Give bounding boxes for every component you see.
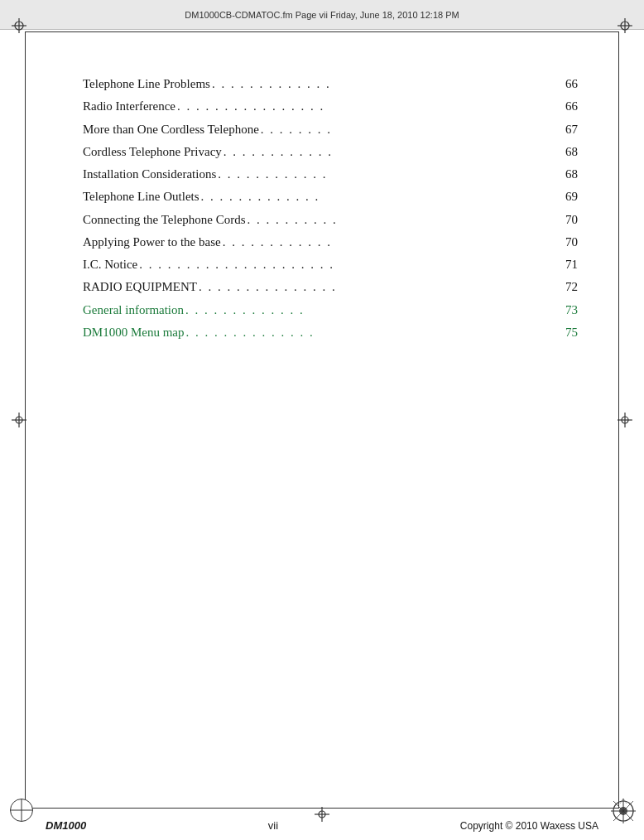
toc-entry: DM1000 Menu map . . . . . . . . . . . . … [83, 323, 578, 342]
toc-page: 66 [553, 97, 578, 116]
toc-entry: RADIO EQUIPMENT . . . . . . . . . . . . … [83, 278, 578, 297]
mid-mark-right [618, 413, 632, 427]
mid-mark-left [12, 413, 26, 427]
toc-label: DM1000 Menu map [83, 323, 185, 342]
toc-dots: . . . . . . . . . . . . . . . . . . . . … [137, 255, 553, 274]
toc-label: RADIO EQUIPMENT [83, 278, 197, 297]
toc-dots: . . . . . . . . . . . . . . [185, 323, 554, 342]
toc-label: Cordless Telephone Privacy [83, 142, 222, 162]
toc-label: General information [83, 301, 184, 320]
toc-label: Applying Power to the base [83, 233, 221, 252]
toc-label: Installation Considerations [83, 165, 216, 184]
toc-page: 75 [553, 323, 578, 342]
corner-mark-bl [10, 799, 33, 822]
toc-page: 69 [553, 187, 578, 206]
toc-page: 70 [553, 233, 578, 252]
corner-mark-br [611, 799, 636, 823]
toc-page: 66 [553, 75, 578, 94]
toc-label: Radio Interference [83, 97, 175, 116]
toc-dots: . . . . . . . . [259, 120, 553, 139]
toc-content: Telephone Line Problems . . . . . . . . … [83, 75, 578, 345]
toc-dots: . . . . . . . . . . . . . . . [197, 278, 553, 297]
toc-entry: Installation Considerations . . . . . . … [83, 165, 578, 184]
toc-label: More than One Cordless Telephone [83, 120, 259, 139]
toc-label: Telephone Line Outlets [83, 187, 199, 206]
toc-page: 73 [553, 301, 578, 320]
footer: DM1000 vii Copyright © 2010 Waxess USA [46, 819, 598, 832]
corner-mark-tr [618, 18, 632, 33]
toc-page: 67 [553, 120, 578, 139]
toc-label: Telephone Line Problems [83, 75, 210, 94]
toc-entry: Radio Interference . . . . . . . . . . .… [83, 97, 578, 116]
toc-dots: . . . . . . . . . . [246, 210, 553, 229]
toc-page: 68 [553, 165, 578, 184]
footer-center: vii [268, 819, 278, 832]
toc-dots: . . . . . . . . . . . . . [184, 301, 553, 320]
header-bar: DM1000CB-CDMATOC.fm Page vii Friday, Jun… [0, 0, 644, 30]
footer-left: DM1000 [46, 819, 86, 832]
toc-label: I.C. Notice [83, 255, 137, 274]
toc-dots: . . . . . . . . . . . . [221, 233, 553, 252]
footer-right: Copyright © 2010 Waxess USA [460, 820, 598, 832]
toc-dots: . . . . . . . . . . . . [222, 142, 553, 162]
toc-entry: Applying Power to the base . . . . . . .… [83, 233, 578, 252]
toc-dots: . . . . . . . . . . . . . . . . [175, 97, 553, 116]
toc-entry: I.C. Notice . . . . . . . . . . . . . . … [83, 255, 578, 274]
toc-entry: Cordless Telephone Privacy . . . . . . .… [83, 142, 578, 162]
toc-label: Connecting the Telephone Cords [83, 210, 246, 229]
toc-page: 68 [553, 142, 578, 162]
header-text: DM1000CB-CDMATOC.fm Page vii Friday, Jun… [185, 10, 459, 20]
toc-entry: Telephone Line Problems . . . . . . . . … [83, 75, 578, 94]
toc-entry: Telephone Line Outlets . . . . . . . . .… [83, 187, 578, 206]
toc-dots: . . . . . . . . . . . . . [199, 187, 553, 206]
toc-page: 70 [553, 210, 578, 229]
toc-page: 72 [553, 278, 578, 297]
page-border-top [25, 31, 619, 32]
toc-entry: General information . . . . . . . . . . … [83, 301, 578, 320]
toc-entry: Connecting the Telephone Cords . . . . .… [83, 210, 578, 229]
toc-page: 71 [553, 255, 578, 274]
toc-dots: . . . . . . . . . . . . [216, 165, 553, 184]
toc-dots: . . . . . . . . . . . . . [210, 75, 553, 94]
corner-mark-tl [12, 18, 26, 33]
toc-entry: More than One Cordless Telephone . . . .… [83, 120, 578, 139]
